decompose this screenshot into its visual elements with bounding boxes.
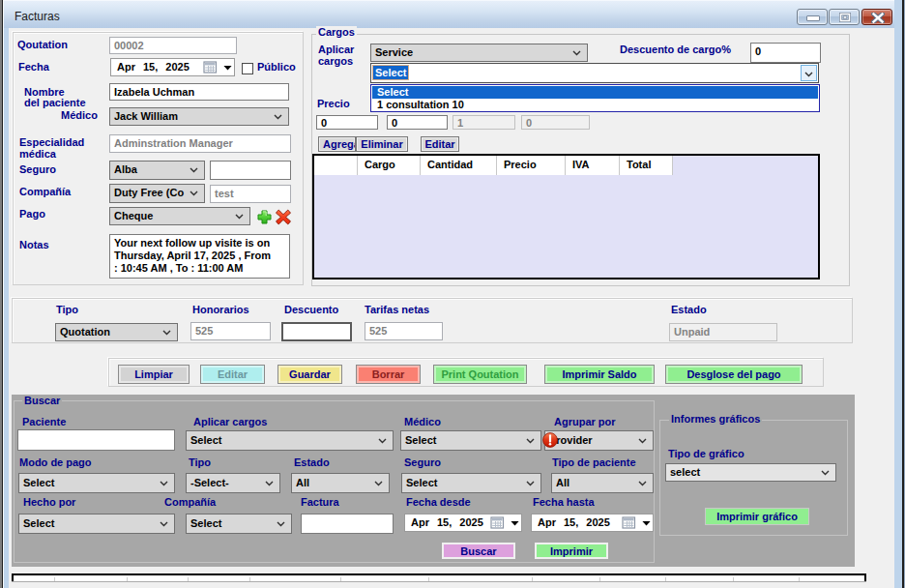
guardar-button[interactable]: Guardar	[277, 365, 342, 384]
delete-icon[interactable]	[276, 209, 291, 225]
chevron-down-icon	[235, 214, 244, 220]
buscar-aplicar-cargos-combobox[interactable]: Select	[186, 430, 394, 451]
precio-label: Precio	[317, 98, 350, 109]
minimize-button[interactable]	[797, 9, 828, 25]
chevron-down-icon	[378, 438, 387, 444]
descuento-cargo-field[interactable]: 0	[750, 43, 821, 63]
publico-checkbox[interactable]	[242, 63, 253, 74]
chevron-down-icon	[526, 438, 535, 444]
agregar-button[interactable]: Agregar	[318, 136, 356, 152]
buscar-button[interactable]: Buscar	[442, 543, 515, 559]
seguro-combobox[interactable]: Alba	[109, 161, 205, 180]
cargo-select-combobox[interactable]: Select	[370, 63, 819, 83]
especialidad-field[interactable]: Adminstration Manager	[109, 134, 291, 153]
add-icon[interactable]	[257, 210, 272, 224]
buscar-medico-combobox[interactable]: Select	[400, 430, 541, 451]
imprimir-grafico-button[interactable]: Imprimir gráfico	[705, 508, 809, 525]
imprimir-saldo-button[interactable]: Imprimir Saldo	[544, 365, 655, 384]
paciente-label: Paciente	[22, 416, 66, 427]
fecha-desde-picker[interactable]: Apr 15, 2025	[404, 514, 522, 532]
desglose-button[interactable]: Desglose del pago	[665, 365, 803, 384]
print-qoutation-button[interactable]: Print Qoutation	[433, 365, 527, 384]
notas-field[interactable]: Your next follow up visite is on Thursda…	[109, 234, 290, 279]
pago-combobox[interactable]: Cheque	[109, 207, 250, 225]
buscar-estado-combobox[interactable]: All	[291, 473, 390, 493]
notas-label: Notas	[19, 239, 49, 250]
eliminar-button[interactable]: Eliminar	[356, 136, 408, 152]
table-header-cantidad[interactable]: Cantidad	[421, 156, 497, 175]
chevron-down-icon	[638, 438, 647, 444]
paciente-field[interactable]	[17, 429, 175, 451]
honorarios-field[interactable]: 525	[190, 322, 271, 340]
tipo-grafico-combobox[interactable]: select	[665, 463, 836, 482]
fecha-label: Fecha	[18, 61, 49, 73]
chevron-down-icon	[190, 167, 198, 173]
tarifas-field[interactable]: 525	[365, 322, 443, 340]
quotation-label: Qoutation	[17, 39, 68, 50]
close-button[interactable]	[861, 9, 892, 25]
hecho-combobox[interactable]: Select	[18, 514, 175, 534]
nombre-label-line2: del paciente	[24, 97, 86, 108]
editar-button[interactable]: Editar	[200, 365, 265, 384]
descuento-field[interactable]	[281, 322, 352, 341]
seguro-label: Seguro	[19, 163, 56, 175]
buscar-compania-combobox[interactable]: Select	[186, 514, 292, 534]
dropdown-arrow-icon	[511, 521, 519, 526]
fecha-picker[interactable]: Apr 15, 2025	[110, 58, 235, 76]
error-icon	[542, 432, 558, 448]
precio-field-3[interactable]: 1	[452, 115, 515, 130]
precio-field-2[interactable]: 0	[387, 115, 448, 130]
compania-combobox[interactable]: Duty Free (Co	[109, 184, 205, 203]
nombre-field[interactable]: Izabela Uchman	[109, 83, 289, 101]
imprimir-button[interactable]: Imprimir	[535, 543, 608, 559]
editar-cargo-button[interactable]: Editar	[421, 136, 459, 152]
agrupar-combobox[interactable]: Provider	[544, 430, 654, 451]
table-header-precio[interactable]: Precio	[497, 156, 566, 175]
cargos-group-label: Cargos	[316, 26, 357, 38]
factura-field[interactable]	[301, 514, 394, 534]
chevron-down-icon	[374, 481, 383, 486]
chevron-down-icon	[821, 470, 830, 476]
seguro-extra-field[interactable]	[210, 161, 291, 180]
close-icon	[871, 13, 885, 23]
table-header-iva[interactable]: IVA	[566, 156, 620, 175]
maximize-button[interactable]	[829, 9, 860, 25]
table-header-cargo[interactable]: Cargo	[358, 156, 421, 175]
chevron-down-icon	[162, 330, 171, 336]
tipo-combobox[interactable]: Quotation	[55, 323, 178, 341]
dropdown-arrow-icon	[223, 66, 232, 71]
buscar-aplicar-cargos-label: Aplicar cargos	[193, 416, 267, 427]
tipo-paciente-combobox[interactable]: All	[551, 473, 654, 493]
limpiar-button[interactable]: Limpiar	[118, 365, 190, 384]
compania-extra-field[interactable]: test	[210, 185, 291, 203]
cargo-select-dropdown: Select 1 consultation 10	[370, 84, 820, 112]
precio-field-1[interactable]: 0	[316, 115, 378, 130]
agrupar-label: Agrupar por	[554, 416, 616, 427]
fecha-hasta-picker[interactable]: Apr 15, 2025	[531, 514, 654, 532]
aplicar-cargos-label-line1: Aplicar	[318, 44, 354, 55]
table-header-rowheader	[314, 156, 358, 175]
aplicar-cargos-label-line2: cargos	[318, 55, 353, 67]
buscar-seguro-combobox[interactable]: Select	[401, 473, 541, 493]
tarifas-label: Tarifas netas	[365, 304, 429, 315]
chevron-down-icon	[572, 50, 581, 56]
window-border-right	[894, 0, 902, 588]
borrar-button[interactable]: Borrar	[356, 365, 421, 384]
medico-combobox[interactable]: Jack William	[109, 107, 289, 126]
estado-field[interactable]: Unpaid	[669, 323, 777, 341]
precio-field-4[interactable]: 0	[521, 115, 590, 130]
buscar-medico-label: Médico	[404, 416, 441, 427]
combo-dropdown-button[interactable]	[801, 65, 817, 81]
publico-label: Público	[257, 61, 296, 73]
buscar-tipo-combobox[interactable]: -Select-	[186, 473, 280, 493]
dropdown-item[interactable]: Select	[372, 86, 818, 99]
quotation-field[interactable]: 00002	[109, 37, 237, 54]
table-header-total[interactable]: Total	[620, 156, 673, 175]
chevron-down-icon	[277, 521, 285, 527]
chevron-down-icon	[190, 191, 198, 196]
modo-pago-combobox[interactable]: Select	[18, 473, 175, 493]
service-combobox[interactable]: Service	[370, 44, 588, 62]
descuento-label: Descuento	[284, 304, 338, 315]
dropdown-item[interactable]: 1 consultation 10	[372, 99, 818, 111]
chevron-down-icon	[265, 481, 274, 486]
